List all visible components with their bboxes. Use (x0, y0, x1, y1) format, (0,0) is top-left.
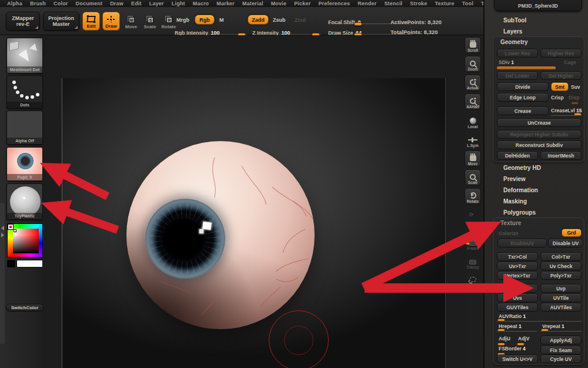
saturation-square[interactable] (13, 229, 39, 253)
uncrease-button[interactable]: UnCrease (497, 118, 582, 127)
geometry-hd-section-header[interactable]: Geometry HD (503, 165, 541, 171)
guvtiles-button[interactable]: GUVTiles (497, 303, 538, 312)
main-color-swatch[interactable] (16, 260, 43, 267)
focal-shift-handle[interactable] (354, 22, 362, 26)
polygroups-section-header[interactable]: Polygroups (503, 209, 536, 216)
rgb-intensity-slider[interactable]: Rgb Intensity 100 (175, 26, 247, 35)
fix-seam-button[interactable]: Fix Seam (540, 346, 582, 354)
m-toggle[interactable]: M (219, 17, 224, 23)
grd-toggle[interactable]: Grd (562, 229, 582, 237)
draw-mode-button[interactable]: Draw (102, 12, 120, 31)
menu-stroke[interactable]: Stroke (410, 1, 427, 6)
geometry-section-header[interactable]: Geometry (500, 39, 528, 45)
del-lower-button[interactable]: Del Lower (497, 71, 538, 80)
uvp-button[interactable]: Uvp (540, 284, 582, 293)
uvtile-button[interactable]: UVTile (540, 293, 582, 302)
mrgb-toggle[interactable]: Mrgb (176, 17, 189, 23)
menu-macro[interactable]: Macro (193, 1, 209, 6)
stroke-thumbnail[interactable]: Dots (6, 75, 43, 109)
adjv-slider[interactable]: AdjV (518, 336, 529, 342)
projection-master-button[interactable]: Projection Master (43, 12, 79, 31)
menu-marker[interactable]: Marker (216, 1, 235, 6)
menu-material[interactable]: Material (242, 1, 263, 6)
insertmesh-button[interactable]: InsertMesh (540, 151, 582, 160)
creaselvl-handle[interactable] (574, 113, 582, 116)
subtool-section-header[interactable]: SubTool (503, 17, 526, 24)
hrepeat-handle[interactable] (497, 329, 505, 332)
crease-button[interactable]: Crease (497, 106, 549, 115)
shelf-scale-button[interactable]: Scale (465, 169, 481, 186)
move-mode-button[interactable]: M Move (122, 12, 140, 31)
uvc-button-hidden[interactable] (497, 284, 538, 293)
menu-movie[interactable]: Movie (271, 1, 287, 6)
z-intensity-slider[interactable]: Z Intensity 100 (252, 26, 321, 35)
zmapper-button[interactable]: ZMapper rev-E (6, 12, 40, 31)
brush-thumbnail[interactable]: MeshInsert Dot (6, 38, 43, 73)
suv-toggle[interactable]: Suv (571, 84, 580, 90)
uv-check-button[interactable]: Uv Check (540, 262, 582, 270)
del-higher-button[interactable]: Del Higher (540, 71, 582, 80)
disableuv-button[interactable]: Disable UV (548, 239, 583, 247)
menu-draw[interactable]: Draw (110, 1, 123, 6)
shelf-move-button[interactable]: Move (465, 150, 481, 167)
divide-button[interactable]: Divide (497, 82, 549, 91)
cage-toggle[interactable]: Cage (564, 59, 576, 65)
menu-document[interactable]: Document (76, 1, 103, 6)
smt-toggle[interactable]: Smt (551, 82, 569, 91)
cycle-uv-button[interactable]: Cycle UV (540, 354, 582, 363)
preview-section-header[interactable]: Preview (503, 176, 526, 182)
colorize-toggle[interactable]: Colorize (499, 230, 519, 236)
texture-section-header[interactable]: Texture (500, 220, 521, 226)
menu-preferences[interactable]: Preferences (318, 1, 350, 6)
menu-render[interactable]: Render (358, 1, 376, 6)
applyadj-button[interactable]: ApplyAdj (540, 336, 582, 344)
layers-section-header[interactable]: Layers (503, 28, 522, 35)
sdiv-slider-fill[interactable] (497, 66, 556, 69)
zcut-toggle[interactable]: Zcut (295, 17, 306, 23)
adju-slider[interactable]: AdjU (499, 336, 510, 342)
texture-thumbnail[interactable]: Pupil_9 (6, 147, 43, 181)
txr-col-button[interactable]: Txr>Col (497, 252, 538, 261)
reproject-button[interactable]: Reproject Higher Subdiv (497, 130, 582, 139)
aahalf-button[interactable]: AAHalf (465, 93, 481, 110)
transp-button[interactable]: Transp (465, 254, 481, 270)
deformation-section-header[interactable]: Deformation (503, 187, 538, 193)
uvs-button[interactable]: Uvs (497, 293, 538, 302)
menu-texture[interactable]: Texture (435, 1, 455, 6)
edge-loop-button[interactable]: Edge Loop (497, 93, 549, 102)
disp-slider[interactable]: Disp (569, 95, 579, 101)
material-thumbnail[interactable]: ToyPlastic (6, 183, 43, 220)
current-tool-button[interactable]: PM3D_Sphere3D (494, 0, 582, 11)
spin-y-icon[interactable]: ⟳ (469, 212, 474, 218)
uv-txr-button[interactable]: Uv>Txr (497, 262, 538, 270)
menu-light[interactable]: Light (172, 1, 185, 6)
frame-button[interactable]: Frame (465, 235, 481, 252)
auvtiles-button[interactable]: AUVTiles (540, 303, 582, 312)
collapse-left-icon[interactable] (1, 226, 4, 230)
poly-txr-button[interactable]: Poly>Txr (540, 271, 582, 280)
switch-color-button[interactable]: SwitchColor (6, 304, 44, 312)
secondary-color-swatch[interactable] (7, 260, 15, 267)
switch-uv-button[interactable]: Switch U<>V (497, 354, 538, 363)
scale-mode-button[interactable]: S Scale (141, 12, 159, 31)
col-txr-button[interactable]: Col>Txr (540, 252, 582, 261)
menu-alpha[interactable]: Alpha (7, 1, 22, 6)
eyeball-model[interactable] (126, 141, 315, 329)
enableuv-button[interactable]: EnableUV (497, 239, 547, 247)
delhidden-button[interactable]: DelHidden (497, 151, 538, 160)
rgb-toggle[interactable]: Rgb (195, 15, 215, 25)
menu-layer[interactable]: Layer (149, 1, 164, 6)
expand-right-icon[interactable] (1, 233, 4, 237)
menu-tool[interactable]: Tool (462, 1, 473, 6)
actual-button[interactable]: Actual (465, 75, 481, 91)
color-picker[interactable] (7, 223, 43, 257)
zadd-toggle[interactable]: Zadd (248, 15, 269, 25)
tray-divider[interactable] (0, 203, 5, 344)
reconstruct-button[interactable]: Reconstruct Subdiv (497, 140, 582, 149)
local-button[interactable]: Local (465, 113, 481, 130)
crisp-toggle[interactable]: Crisp (551, 95, 564, 101)
sdiv-slider[interactable]: SDiv 1 (499, 59, 514, 65)
zoom-button[interactable]: Zoom (465, 56, 481, 72)
vrepeat-handle[interactable] (541, 329, 549, 332)
menu-edit[interactable]: Edit (131, 1, 142, 6)
